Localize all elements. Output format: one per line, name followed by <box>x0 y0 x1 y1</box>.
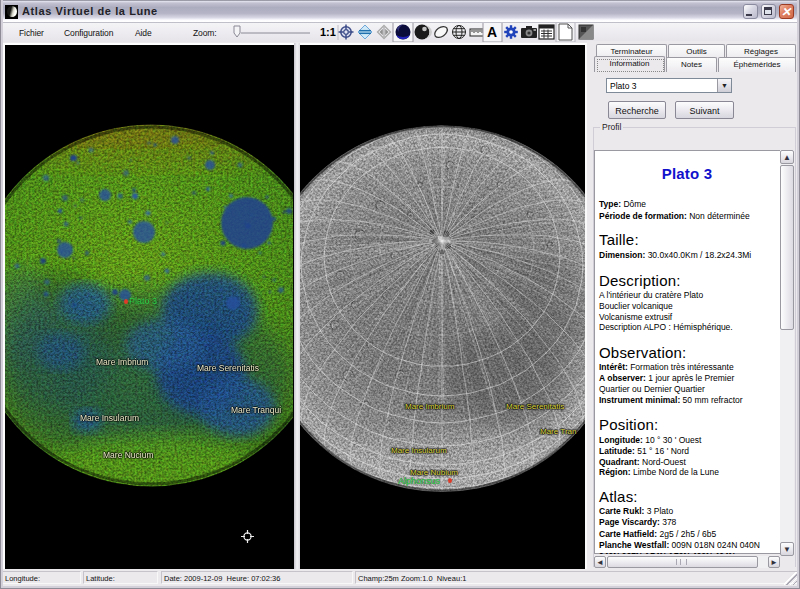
svg-text:1:1: 1:1 <box>320 26 336 38</box>
svg-text:A: A <box>487 24 497 40</box>
